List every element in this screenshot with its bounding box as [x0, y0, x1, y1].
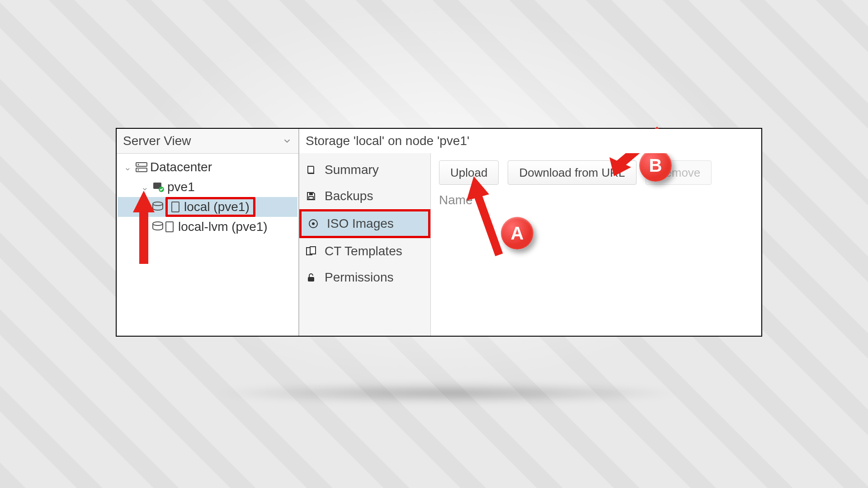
- content-area: Upload Download from URL Remove Name: [431, 129, 761, 336]
- subnav-label: Backups: [325, 189, 373, 203]
- server-tree-panel: Server View ⌄ Datacenter ⌄ pve1: [117, 129, 299, 336]
- button-label: Upload: [450, 166, 487, 180]
- tree-item-storage-local[interactable]: local (pve1): [118, 197, 297, 217]
- storage-subnav: Summary Backups ISO Images CT Templates: [299, 129, 431, 336]
- column-label: Name: [439, 193, 473, 207]
- subnav-backups[interactable]: Backups: [299, 183, 430, 209]
- tree-item-label: Datacenter: [149, 157, 212, 178]
- subnav-ct-templates[interactable]: CT Templates: [299, 238, 430, 264]
- book-icon: [306, 164, 318, 175]
- tree-item-label: local (pve1): [183, 197, 250, 217]
- tree-item-label: pve1: [166, 177, 195, 197]
- app-panel: Server View ⌄ Datacenter ⌄ pve1: [116, 128, 762, 337]
- svg-point-6: [153, 202, 163, 206]
- svg-rect-15: [308, 277, 314, 282]
- tree-body: ⌄ Datacenter ⌄ pve1 local (pve1: [117, 154, 298, 240]
- floppy-icon: [306, 191, 318, 202]
- chevron-down-icon: [282, 136, 292, 146]
- svg-rect-10: [309, 197, 313, 199]
- highlight-box-local: local (pve1): [165, 197, 255, 217]
- svg-rect-8: [308, 167, 313, 173]
- tree-item-storage-local-lvm[interactable]: local-lvm (pve1): [118, 217, 297, 237]
- disc-icon: [308, 218, 321, 229]
- remove-button[interactable]: Remove: [646, 160, 712, 185]
- subnav-label: Permissions: [325, 270, 393, 285]
- subnav-summary[interactable]: Summary: [299, 157, 430, 183]
- storage-title: Storage 'local' on node 'pve1': [299, 129, 761, 153]
- page-icon: [165, 221, 174, 232]
- svg-point-7: [153, 222, 163, 225]
- storage-icon: [150, 221, 165, 232]
- svg-rect-9: [309, 192, 313, 195]
- subnav-label: CT Templates: [325, 244, 402, 258]
- download-from-url-button[interactable]: Download from URL: [508, 160, 636, 185]
- subnav-permissions[interactable]: Permissions: [299, 264, 430, 291]
- chevron-down-icon: ⌄: [138, 180, 151, 194]
- chevron-down-icon: ⌄: [121, 160, 134, 174]
- unlock-icon: [306, 272, 318, 283]
- subnav-label: Summary: [325, 163, 379, 177]
- svg-rect-14: [310, 247, 316, 254]
- server-icon: [134, 162, 149, 172]
- content-toolbar: Upload Download from URL Remove: [431, 157, 761, 188]
- page-icon: [171, 202, 179, 212]
- upload-button[interactable]: Upload: [439, 160, 499, 185]
- storage-title-label: Storage 'local' on node 'pve1': [306, 134, 469, 148]
- button-label: Remove: [657, 166, 701, 180]
- node-online-icon: [151, 182, 166, 192]
- svg-point-2: [138, 164, 139, 165]
- template-icon: [306, 246, 318, 257]
- storage-icon: [150, 202, 165, 212]
- tree-header-label: Server View: [123, 134, 191, 148]
- svg-point-3: [138, 169, 139, 171]
- tree-item-label: local-lvm (pve1): [177, 217, 268, 237]
- panel-shadow: [113, 380, 782, 407]
- subnav-iso-images[interactable]: ISO Images: [299, 209, 430, 238]
- tree-item-node-pve1[interactable]: ⌄ pve1: [118, 177, 297, 197]
- table-column-name[interactable]: Name: [439, 193, 473, 207]
- button-label: Download from URL: [519, 166, 625, 180]
- tree-header[interactable]: Server View: [117, 129, 298, 154]
- tree-item-datacenter[interactable]: ⌄ Datacenter: [118, 157, 297, 177]
- subnav-label: ISO Images: [327, 216, 394, 231]
- svg-point-12: [312, 222, 315, 225]
